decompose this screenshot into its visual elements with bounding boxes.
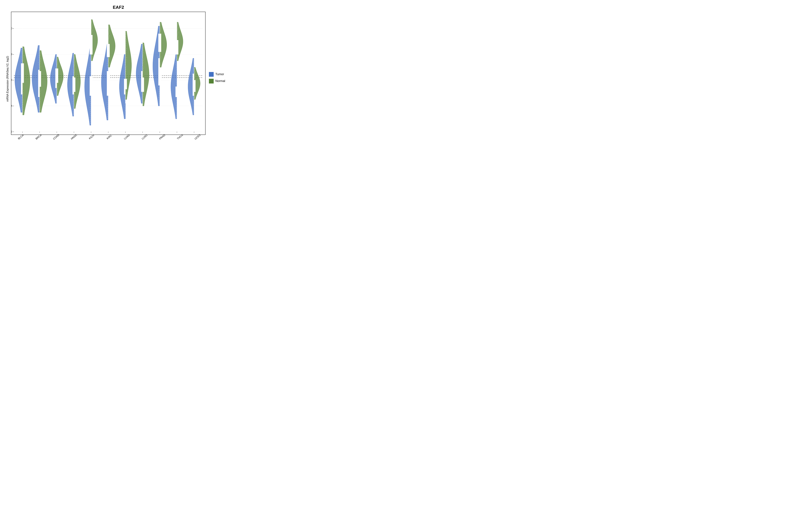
svg-rect-459 [107, 102, 107, 103]
svg-rect-626 [141, 97, 142, 97]
svg-rect-616 [126, 35, 126, 35]
svg-rect-852 [177, 46, 177, 46]
svg-rect-181 [40, 61, 40, 62]
svg-rect-851 [178, 47, 178, 47]
svg-rect-236 [57, 95, 57, 95]
svg-rect-541 [125, 110, 125, 111]
svg-rect-853 [177, 45, 177, 45]
svg-rect-945 [195, 81, 195, 81]
svg-rect-378 [90, 97, 90, 98]
svg-rect-179 [40, 65, 40, 65]
svg-rect-66 [23, 110, 23, 110]
svg-rect-549 [124, 97, 125, 98]
svg-rect-921 [193, 80, 195, 92]
svg-rect-513 [108, 45, 109, 46]
svg-rect-524 [108, 33, 109, 34]
svg-rect-826 [176, 66, 176, 66]
svg-rect-99 [23, 52, 23, 52]
svg-rect-499 [108, 60, 109, 61]
svg-text:8: 8 [11, 53, 12, 55]
svg-rect-253 [57, 77, 58, 78]
svg-rect-183 [41, 58, 41, 58]
svg-rect-654 [142, 54, 142, 55]
svg-rect-702 [143, 46, 144, 46]
svg-rect-199 [56, 94, 56, 95]
svg-rect-610 [126, 45, 126, 45]
svg-rect-614 [125, 38, 126, 38]
svg-rect-262 [57, 69, 58, 69]
svg-rect-427 [91, 39, 92, 40]
svg-rect-443 [91, 22, 92, 23]
svg-rect-382 [90, 90, 90, 90]
svg-rect-943 [194, 83, 194, 83]
svg-rect-472 [107, 77, 108, 77]
svg-rect-310 [73, 64, 73, 65]
svg-rect-168 [41, 82, 41, 82]
svg-rect-855 [177, 43, 178, 43]
svg-rect-906 [194, 77, 194, 77]
svg-rect-519 [108, 39, 109, 39]
svg-rect-863 [177, 35, 177, 35]
svg-rect-337 [74, 86, 74, 87]
svg-rect-931 [195, 93, 195, 93]
svg-rect-625 [141, 99, 142, 99]
svg-rect-258 [57, 72, 58, 73]
svg-rect-83 [22, 80, 23, 80]
svg-rect-528 [108, 29, 109, 29]
svg-rect-412 [91, 55, 92, 56]
svg-rect-606 [126, 52, 126, 52]
svg-rect-305 [73, 72, 73, 73]
svg-rect-393 [90, 68, 90, 68]
svg-rect-65 [23, 111, 23, 112]
svg-rect-198 [56, 96, 56, 96]
svg-rect-814 [176, 86, 177, 86]
svg-rect-112 [39, 102, 39, 102]
svg-rect-792 [175, 87, 178, 97]
svg-rect-369 [91, 115, 91, 115]
svg-rect-371 [90, 111, 91, 112]
svg-rect-710 [159, 102, 159, 102]
svg-rect-72 [23, 99, 24, 99]
svg-rect-871 [178, 27, 178, 27]
svg-rect-544 [124, 105, 125, 106]
svg-rect-645 [141, 68, 142, 68]
svg-rect-482 [107, 57, 108, 58]
svg-rect-78 [22, 89, 23, 89]
svg-rect-946 [195, 80, 195, 80]
svg-rect-494 [108, 66, 109, 66]
svg-rect-414 [92, 53, 92, 54]
svg-rect-747 [158, 26, 159, 26]
svg-rect-138 [39, 57, 39, 57]
svg-rect-418 [91, 49, 92, 49]
violin-plot-svg: 246810 [11, 12, 205, 134]
svg-rect-731 [159, 59, 159, 59]
svg-rect-119 [39, 90, 39, 90]
svg-rect-73 [22, 97, 23, 98]
svg-rect-628 [142, 94, 142, 94]
svg-rect-509 [108, 50, 109, 50]
svg-rect-388 [90, 77, 90, 78]
svg-rect-504 [108, 55, 109, 55]
svg-rect-882 [193, 112, 194, 112]
svg-rect-177 [40, 68, 41, 68]
svg-rect-448 [107, 71, 110, 96]
svg-rect-94 [23, 60, 23, 61]
svg-rect-547 [125, 100, 125, 101]
svg-rect-770 [161, 45, 161, 46]
svg-rect-796 [176, 115, 176, 116]
svg-rect-712 [158, 98, 159, 98]
svg-rect-709 [159, 104, 159, 104]
svg-rect-570 [124, 62, 124, 63]
svg-rect-764 [160, 52, 161, 52]
y-axis-label: mRNA Expression (RNASeq V2, log2) [4, 12, 11, 146]
svg-rect-244 [58, 87, 58, 87]
svg-rect-579 [125, 99, 126, 100]
svg-rect-194 [56, 101, 56, 101]
svg-rect-954 [194, 74, 195, 74]
svg-rect-187 [40, 52, 41, 52]
svg-rect-117 [39, 93, 39, 94]
svg-rect-915 [194, 64, 194, 64]
svg-rect-481 [108, 59, 108, 60]
svg-rect-718 [159, 85, 160, 86]
svg-rect-730 [159, 61, 159, 61]
